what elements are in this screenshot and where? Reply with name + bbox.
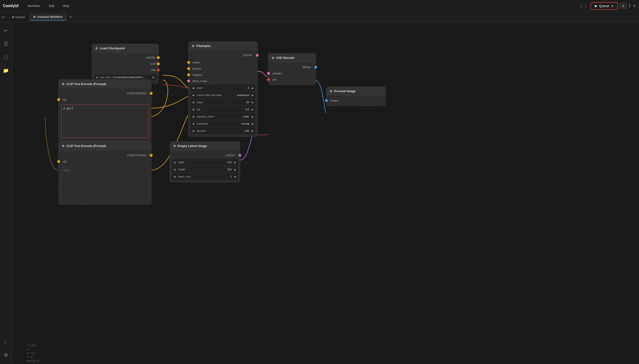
clip-encode-1-textarea[interactable]: a girl: [61, 104, 149, 138]
width-prev[interactable]: ◀: [172, 159, 177, 166]
latent-image-input-connector[interactable]: [187, 80, 190, 82]
height-prev[interactable]: ◀: [172, 166, 177, 173]
cag-next[interactable]: ▶: [250, 92, 255, 98]
latent-output-row: LATENT: [189, 52, 257, 58]
scheduler-prev[interactable]: ◀: [190, 120, 196, 127]
conditioning-1-output-connector[interactable]: [150, 92, 153, 95]
latent-output-connector[interactable]: [256, 54, 259, 57]
queue-count: 1: [620, 3, 626, 9]
batch-control[interactable]: ◀ batch_size 1 ▶: [172, 173, 238, 180]
steps-control[interactable]: ◀ steps 20 ▶: [190, 99, 255, 106]
clip-encode-2-body: CONDITIONING clip: [59, 150, 151, 204]
clip-output-connector[interactable]: [157, 62, 160, 65]
steps-prev[interactable]: ◀: [190, 99, 196, 106]
samples-input-connector[interactable]: [267, 72, 270, 75]
load-checkpoint-title: Load Checkpoint: [100, 46, 125, 50]
clip-2-input-connector[interactable]: [57, 160, 60, 163]
preview-image-body: images: [327, 96, 386, 106]
width-control[interactable]: ◀ width 512 ▶: [172, 159, 238, 166]
seed-next[interactable]: ▶: [250, 84, 255, 91]
model-input-row: model: [189, 59, 257, 66]
history-icon[interactable]: ↩: [2, 14, 6, 20]
seed-value: 0: [236, 86, 250, 89]
vae-decode-title: VAE Decode: [276, 56, 294, 60]
batch-next[interactable]: ▶: [233, 173, 238, 180]
status-time: T: 0.00s: [27, 344, 39, 348]
vae-output-connector[interactable]: [157, 68, 160, 72]
menu-edit[interactable]: Edit: [47, 3, 56, 8]
load-checkpoint-body: MODEL CLIP VAE ◀ ckpt_name v1-5-pruned-e…: [92, 53, 158, 84]
cag-label: control after generate: [196, 94, 236, 96]
clip-1-input-connector[interactable]: [57, 98, 60, 101]
vae-input-connector[interactable]: [267, 78, 270, 81]
tab-unsaved-workflow[interactable]: Unsaved Workflow: [30, 14, 66, 20]
add-tab-button[interactable]: +: [67, 13, 74, 21]
sidebar-settings-icon[interactable]: ⚙: [3, 351, 10, 359]
scheduler-next[interactable]: ▶: [250, 120, 255, 127]
tab-tutorial[interactable]: tutorial: [8, 14, 29, 20]
cfg-prev[interactable]: ◀: [190, 106, 196, 113]
sidebar-list-icon[interactable]: ☰: [3, 40, 10, 48]
ckpt-prev-arrow[interactable]: ◀: [94, 74, 100, 80]
queue-down-arrow[interactable]: ▼: [628, 6, 631, 8]
cag-prev[interactable]: ◀: [190, 92, 196, 98]
latent-el-output-row: LATENT: [170, 152, 240, 158]
sidebar-folder-icon[interactable]: 📁: [2, 66, 10, 75]
status-fps: FPS:59.52: [27, 359, 39, 363]
close-icon[interactable]: ✕: [632, 3, 636, 8]
load-checkpoint-dot: [95, 47, 98, 50]
sidebar-node-icon[interactable]: ⬡: [3, 53, 9, 62]
height-value: 512: [218, 168, 233, 171]
positive-input-connector[interactable]: [187, 67, 190, 70]
sampler-control[interactable]: ◀ sampler_name euler ▶: [190, 113, 255, 120]
topbar-right: ⋮⋮ ▶ Queue ∨ 1 ▲ ▼ ✕: [579, 2, 636, 10]
width-label: width: [177, 161, 218, 164]
cfg-control[interactable]: ◀ cfg 8.0 ▶: [190, 106, 255, 113]
queue-up-arrow[interactable]: ▲: [628, 4, 631, 6]
seed-control[interactable]: ◀ seed 0 ▶: [190, 84, 255, 91]
denoise-prev[interactable]: ◀: [190, 128, 196, 134]
preview-image-header: Preview Image: [327, 87, 386, 96]
settings-dots-icon[interactable]: ⋮⋮: [579, 3, 589, 8]
denoise-next[interactable]: ▶: [250, 128, 255, 134]
sidebar-history-icon[interactable]: ↩: [3, 26, 9, 35]
canvas[interactable]: Load Checkpoint MODEL CLIP VAE ◀ ckpt_na…: [12, 22, 639, 364]
clip-encode-2-textarea[interactable]: [61, 166, 149, 200]
denoise-control[interactable]: ◀ denoise 1.00 ▶: [190, 128, 255, 134]
checkpoint-selector[interactable]: ◀ ckpt_name v1-5-pruned-emaonly-fp16.s..…: [94, 74, 156, 80]
clip-encode-1-dot: [62, 83, 64, 85]
conditioning-2-output-connector[interactable]: [150, 154, 153, 157]
empty-latent-body: LATENT ◀ width 512 ▶ ◀ height 512 ▶ ◀ ba…: [170, 150, 240, 182]
cfg-next[interactable]: ▶: [250, 106, 255, 113]
model-input-connector[interactable]: [187, 61, 190, 64]
scheduler-label: scheduler: [196, 122, 236, 125]
sidebar-moon-icon[interactable]: ☾: [3, 338, 10, 347]
clip-encode-1-body: CONDITIONING clip a girl: [59, 88, 151, 142]
statusbar: T: 0.00s I: 0 N: 7 [7] V: 33 FPS:59.52: [24, 342, 42, 364]
clip-encode-2-title: CLIP Text Encode (Prompt): [66, 144, 106, 148]
height-control[interactable]: ◀ height 512 ▶: [172, 166, 238, 173]
latent-image-input-label: latent_image: [189, 80, 210, 82]
ckpt-next-arrow[interactable]: ▶: [151, 74, 156, 80]
images-input-connector[interactable]: [325, 99, 328, 102]
image-output-connector[interactable]: [314, 66, 317, 68]
model-output-connector[interactable]: [157, 56, 160, 59]
menu-help[interactable]: Help: [61, 3, 71, 8]
sampler-prev[interactable]: ◀: [190, 113, 196, 120]
latent-el-output-connector[interactable]: [238, 154, 241, 157]
model-input-label: model: [189, 61, 202, 64]
seed-prev[interactable]: ◀: [190, 84, 196, 91]
height-next[interactable]: ▶: [233, 166, 238, 173]
negative-input-connector[interactable]: [187, 73, 190, 76]
sampler-next[interactable]: ▶: [250, 113, 255, 120]
batch-prev[interactable]: ◀: [172, 173, 177, 180]
control-after-generate[interactable]: ◀ control after generate randomize ▶: [190, 92, 255, 98]
width-next[interactable]: ▶: [233, 159, 238, 166]
steps-next[interactable]: ▶: [250, 99, 255, 106]
scheduler-control[interactable]: ◀ scheduler normal ▶: [190, 120, 255, 127]
queue-button[interactable]: ▶ Queue ∨: [591, 2, 618, 10]
status-v: V: 33: [27, 355, 39, 359]
menu-workflow[interactable]: Workflow: [26, 3, 42, 8]
status-i: I: 0: [27, 347, 39, 351]
ksampler-body: LATENT model positive negative: [189, 50, 257, 136]
